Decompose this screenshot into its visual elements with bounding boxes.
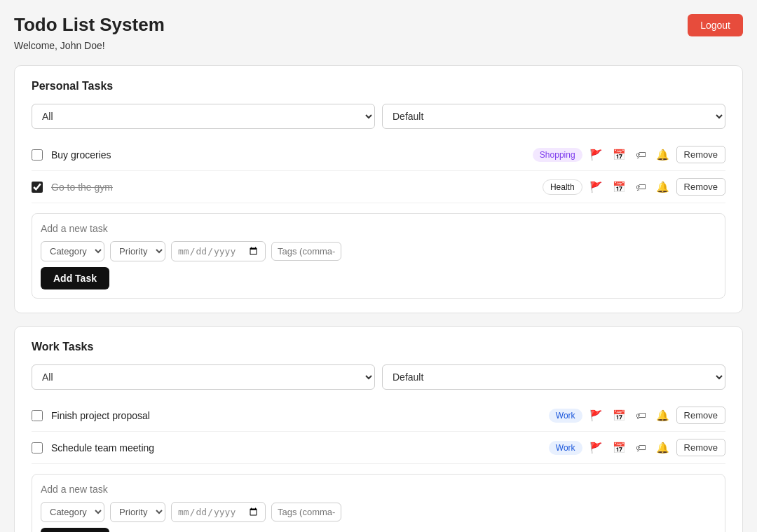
welcome-message: Welcome, John Doe! — [14, 40, 743, 51]
task-item: Finish project proposal Work 🚩 📅 🏷 🔔 Rem… — [32, 400, 725, 432]
work-add-task-controls: Category Priority — [41, 502, 716, 522]
task-remove-button[interactable]: Remove — [676, 146, 725, 163]
task-tag-icon[interactable]: 🏷 — [633, 179, 649, 194]
task-bell-icon[interactable]: 🔔 — [653, 179, 672, 195]
task-remove-button[interactable]: Remove — [676, 407, 725, 424]
work-add-task-section: Category Priority Add Task — [32, 474, 725, 532]
task-item: Buy groceries Shopping 🚩 📅 🏷 🔔 Remove — [32, 139, 725, 171]
task-calendar-icon[interactable]: 📅 — [610, 147, 629, 163]
task-flag-icon[interactable]: 🚩 — [587, 147, 606, 163]
task-tag-icon[interactable]: 🏷 — [633, 440, 649, 455]
task-checkbox-go-to-gym[interactable] — [32, 182, 43, 193]
work-filter-all[interactable]: All — [32, 364, 375, 390]
task-checkbox-finish-project[interactable] — [32, 410, 43, 421]
task-calendar-icon[interactable]: 📅 — [610, 440, 629, 456]
work-priority-select[interactable]: Priority — [110, 502, 165, 522]
task-actions-go-to-gym: Health 🚩 📅 🏷 🔔 Remove — [543, 178, 725, 196]
task-label-schedule-meeting: Schedule team meeting — [51, 442, 549, 453]
logout-button[interactable]: Logout — [688, 14, 743, 36]
task-bell-icon[interactable]: 🔔 — [653, 147, 672, 163]
task-tag-icon[interactable]: 🏷 — [633, 408, 649, 423]
task-calendar-icon[interactable]: 📅 — [610, 179, 629, 195]
app-title: Todo List System — [14, 14, 743, 36]
personal-add-task-input[interactable] — [41, 223, 716, 234]
task-flag-icon[interactable]: 🚩 — [587, 408, 606, 423]
work-filter-row: All Default — [32, 364, 725, 390]
task-item: Schedule team meeting Work 🚩 📅 🏷 🔔 Remov… — [32, 432, 725, 464]
personal-priority-select[interactable]: Priority — [110, 241, 165, 261]
task-label-buy-groceries: Buy groceries — [51, 149, 533, 161]
personal-filter-default[interactable]: Default — [382, 104, 725, 129]
task-remove-button[interactable]: Remove — [676, 178, 725, 196]
task-bell-icon[interactable]: 🔔 — [653, 408, 672, 423]
personal-category-select[interactable]: Category — [41, 241, 104, 261]
personal-filter-row: All Default — [32, 104, 725, 129]
task-remove-button[interactable]: Remove — [676, 439, 725, 456]
task-bell-icon[interactable]: 🔔 — [653, 440, 672, 456]
work-tags-input[interactable] — [271, 503, 341, 521]
work-section-title: Work Tasks — [32, 341, 725, 353]
personal-add-task-button[interactable]: Add Task — [41, 267, 109, 289]
work-tasks-section: Work Tasks All Default Finish project pr… — [14, 326, 743, 532]
task-checkbox-schedule-meeting[interactable] — [32, 442, 43, 453]
task-tag-work: Work — [549, 441, 582, 455]
task-label-go-to-gym: Go to the gym — [51, 182, 543, 193]
work-add-task-button[interactable]: Add Task — [41, 528, 109, 532]
task-actions-buy-groceries: Shopping 🚩 📅 🏷 🔔 Remove — [533, 146, 725, 163]
task-tag-icon[interactable]: 🏷 — [633, 147, 649, 162]
personal-filter-all[interactable]: All — [32, 104, 375, 129]
task-actions-finish-project: Work 🚩 📅 🏷 🔔 Remove — [549, 407, 725, 424]
work-filter-default[interactable]: Default — [382, 364, 725, 390]
task-label-finish-project: Finish project proposal — [51, 410, 549, 421]
task-item: Go to the gym Health 🚩 📅 🏷 🔔 Remove — [32, 171, 725, 203]
task-checkbox-buy-groceries[interactable] — [32, 149, 43, 161]
personal-date-input[interactable] — [171, 241, 266, 261]
task-actions-schedule-meeting: Work 🚩 📅 🏷 🔔 Remove — [549, 439, 725, 456]
personal-add-task-controls: Category Priority — [41, 241, 716, 261]
personal-tasks-section: Personal Tasks All Default Buy groceries… — [14, 65, 743, 313]
task-calendar-icon[interactable]: 📅 — [610, 408, 629, 423]
personal-tags-input[interactable] — [271, 242, 341, 261]
work-category-select[interactable]: Category — [41, 502, 104, 522]
task-tag-health: Health — [543, 179, 582, 195]
work-date-input[interactable] — [171, 502, 266, 522]
task-flag-icon[interactable]: 🚩 — [587, 179, 606, 195]
work-add-task-input[interactable] — [41, 484, 716, 495]
personal-add-task-section: Category Priority Add Task — [32, 213, 725, 299]
personal-section-title: Personal Tasks — [32, 80, 725, 93]
task-tag-work: Work — [549, 409, 582, 423]
task-flag-icon[interactable]: 🚩 — [587, 440, 606, 456]
task-tag-shopping: Shopping — [533, 148, 582, 162]
